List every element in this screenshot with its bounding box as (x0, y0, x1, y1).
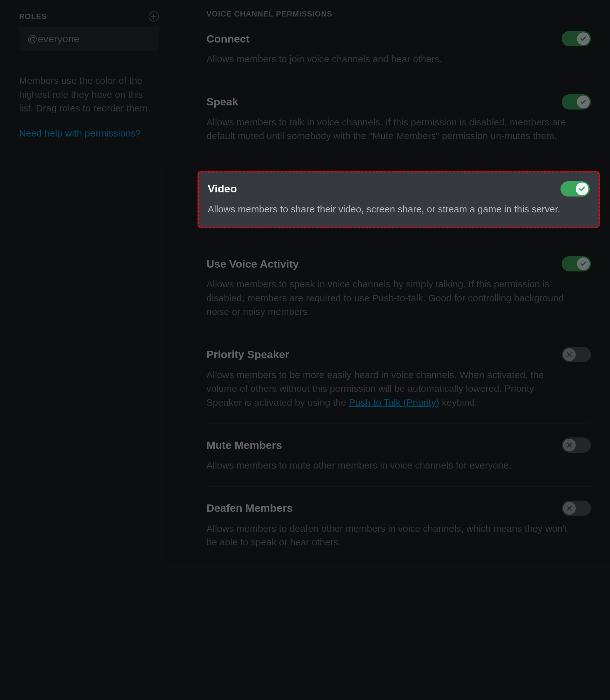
toggle-mute-members[interactable] (562, 438, 591, 453)
help-permissions-link[interactable]: Need help with permissions? (19, 128, 159, 139)
permission-title: Connect (206, 33, 250, 45)
toggle-speak[interactable] (562, 94, 591, 110)
permission-deafen-members: Deafen Members Allows members to deafen … (206, 501, 591, 563)
check-icon (576, 182, 589, 195)
push-to-talk-link[interactable]: Push to Talk (Priority) (349, 397, 439, 408)
add-role-icon[interactable] (149, 12, 159, 21)
check-icon (577, 258, 590, 270)
role-item-label: @everyone (27, 33, 79, 45)
permission-connect: Connect Allows members to join voice cha… (206, 31, 591, 80)
permission-title: Mute Members (206, 439, 282, 452)
app-root: ROLES @everyone Members use the color of… (0, 0, 610, 700)
roles-description: Members use the color of the highest rol… (19, 74, 159, 115)
permission-desc: Allows members to mute other members in … (206, 458, 568, 472)
divider (206, 228, 591, 242)
roles-header: ROLES (19, 12, 159, 21)
permission-title: Use Voice Activity (206, 258, 299, 270)
permission-video-highlight: Video Allows members to share their vide… (197, 171, 600, 228)
permission-title: Deafen Members (206, 502, 293, 514)
roles-sidebar: ROLES @everyone Members use the color of… (0, 0, 178, 700)
toggle-connect[interactable] (562, 31, 591, 46)
permission-video: Video Allows members to share their vide… (208, 181, 590, 216)
desc-text-after: keybind. (439, 397, 477, 408)
permission-desc: Allows members to join voice channels an… (206, 52, 568, 66)
permission-desc: Allows members to deafen other members i… (206, 522, 568, 549)
x-icon (563, 502, 576, 515)
x-icon (563, 348, 576, 361)
toggle-voice-activity[interactable] (562, 256, 591, 272)
roles-header-title: ROLES (19, 12, 47, 21)
permission-desc: Allows members to speak in voice channel… (206, 277, 568, 319)
permission-mute-members: Mute Members Allows members to mute othe… (206, 438, 591, 487)
role-item-everyone[interactable]: @everyone (19, 27, 159, 51)
permission-priority-speaker: Priority Speaker Allows members to be mo… (206, 347, 591, 424)
permission-desc: Allows members to share their video, scr… (208, 202, 570, 216)
x-icon (563, 439, 576, 452)
toggle-priority-speaker[interactable] (562, 347, 591, 362)
permission-desc: Allows members to talk in voice channels… (206, 115, 568, 143)
permission-voice-activity: Use Voice Activity Allows members to spe… (206, 256, 591, 333)
permission-title: Speak (206, 96, 238, 108)
toggle-video[interactable] (560, 181, 590, 196)
permission-speak: Speak Allows members to talk in voice ch… (206, 94, 591, 157)
check-icon (577, 96, 590, 108)
permissions-panel: VOICE CHANNEL PERMISSIONS Connect Allows… (178, 0, 610, 700)
permission-title: Priority Speaker (206, 348, 289, 361)
permission-desc: Allows members to be more easily heard i… (206, 368, 568, 409)
check-icon (577, 32, 590, 45)
section-header: VOICE CHANNEL PERMISSIONS (206, 10, 591, 18)
toggle-deafen-members[interactable] (562, 501, 591, 516)
permission-title: Video (208, 182, 237, 195)
